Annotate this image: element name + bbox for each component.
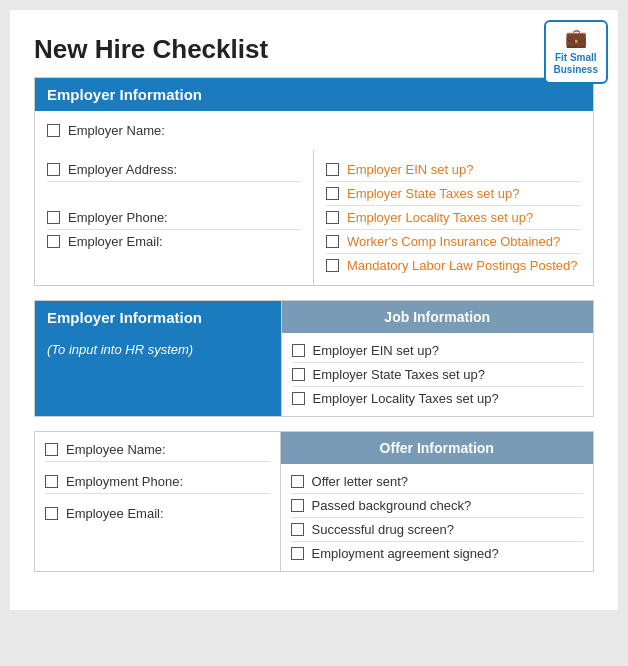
employer-name-row: Employer Name:	[35, 111, 593, 150]
item-label: Employer State Taxes set up?	[313, 367, 485, 382]
item-label: Employer State Taxes set up?	[347, 186, 519, 201]
split-left: Employer Information (To input into HR s…	[35, 301, 281, 416]
item-label: Employment Phone:	[66, 474, 183, 489]
item-label: Passed background check?	[312, 498, 472, 513]
job-info-section: Employer Information (To input into HR s…	[34, 300, 594, 417]
job-info-content: Employer EIN set up? Employer State Taxe…	[282, 333, 593, 416]
list-item: Employer State Taxes set up?	[292, 363, 583, 387]
list-item: Employer Address:	[47, 158, 301, 182]
list-item: Employer EIN set up?	[292, 339, 583, 363]
checkbox[interactable]	[292, 344, 305, 357]
offer-info-section: Employee Name: Employment Phone: Employe…	[34, 431, 594, 572]
item-label: Employment agreement signed?	[312, 546, 499, 561]
item-label: Employer Locality Taxes set up?	[313, 391, 499, 406]
item-label: Successful drug screen?	[312, 522, 454, 537]
checkbox[interactable]	[291, 547, 304, 560]
employer-details-cols: Employer Address: Employer Phone: Employ…	[35, 150, 593, 285]
list-item: Employee Name:	[45, 438, 270, 462]
employer-info-header: Employer Information	[35, 78, 593, 111]
list-item: Employee Email:	[45, 502, 270, 525]
list-item: Worker's Comp Insurance Obtained?	[326, 230, 581, 254]
item-label: Employer Phone:	[68, 210, 168, 225]
item-label: Employee Name:	[66, 442, 166, 457]
item-label: Employer Email:	[68, 234, 163, 249]
logo-line2: Business	[554, 64, 598, 75]
list-item: Successful drug screen?	[291, 518, 583, 542]
checkbox[interactable]	[47, 235, 60, 248]
checkbox[interactable]	[326, 163, 339, 176]
checkbox[interactable]	[45, 443, 58, 456]
checkbox[interactable]	[326, 235, 339, 248]
checkbox[interactable]	[326, 187, 339, 200]
checkbox[interactable]	[291, 523, 304, 536]
checkbox[interactable]	[47, 211, 60, 224]
logo-icon: 💼	[554, 28, 598, 50]
list-item: Employment agreement signed?	[291, 542, 583, 565]
list-item: Employment Phone:	[45, 470, 270, 494]
list-item: Employer Locality Taxes set up?	[292, 387, 583, 410]
item-label: Employer EIN set up?	[313, 343, 439, 358]
checkbox[interactable]	[45, 507, 58, 520]
item-label: Mandatory Labor Law Postings Posted?	[347, 258, 578, 273]
checkbox[interactable]	[47, 124, 60, 137]
employer-info-section: Employer Information Employer Name: Empl…	[34, 77, 594, 286]
page-title: New Hire Checklist	[34, 34, 594, 65]
page: 💼 Fit Small Business New Hire Checklist …	[10, 10, 618, 610]
item-label: Employer Locality Taxes set up?	[347, 210, 533, 225]
offer-right-col: Offer Information Offer letter sent? Pas…	[281, 432, 593, 571]
checkbox[interactable]	[326, 211, 339, 224]
checkbox[interactable]	[291, 475, 304, 488]
checkbox[interactable]	[47, 163, 60, 176]
item-label: Worker's Comp Insurance Obtained?	[347, 234, 560, 249]
checkbox[interactable]	[291, 499, 304, 512]
list-item: Employer State Taxes set up?	[326, 182, 581, 206]
checkbox[interactable]	[292, 392, 305, 405]
offer-info-header: Offer Information	[281, 432, 593, 464]
split-left-header: Employer Information	[35, 301, 281, 334]
list-item: Employer Phone:	[47, 206, 301, 230]
job-info-header: Job Information	[282, 301, 593, 333]
employer-right-content: Employer EIN set up? Employer State Taxe…	[314, 150, 593, 285]
logo: 💼 Fit Small Business	[544, 20, 608, 84]
employer-left-col: Employer Address: Employer Phone: Employ…	[35, 150, 314, 285]
employee-left-col: Employee Name: Employment Phone: Employe…	[35, 432, 281, 571]
split-right: Job Information Employer EIN set up? Emp…	[281, 301, 593, 416]
item-label: Employee Email:	[66, 506, 164, 521]
list-item: Passed background check?	[291, 494, 583, 518]
checkbox[interactable]	[45, 475, 58, 488]
checkbox[interactable]	[326, 259, 339, 272]
list-item: Employer Email:	[47, 230, 301, 253]
split-left-sub: (To input into HR system)	[35, 334, 281, 369]
employer-right-col: Employer EIN set up? Employer State Taxe…	[314, 150, 593, 285]
item-label: Offer letter sent?	[312, 474, 409, 489]
list-item: Employer EIN set up?	[326, 158, 581, 182]
item-label: Employer Name:	[68, 123, 165, 138]
item-label: Employer EIN set up?	[347, 162, 473, 177]
checkbox[interactable]	[292, 368, 305, 381]
logo-line1: Fit Small	[555, 52, 597, 63]
list-item: Employer Locality Taxes set up?	[326, 206, 581, 230]
offer-info-content: Offer letter sent? Passed background che…	[281, 464, 593, 571]
list-item: Mandatory Labor Law Postings Posted?	[326, 254, 581, 277]
list-item: Offer letter sent?	[291, 470, 583, 494]
list-item: Employer Name:	[47, 119, 581, 142]
employer-left-content: Employer Address: Employer Phone: Employ…	[35, 150, 313, 261]
item-label: Employer Address:	[68, 162, 177, 177]
